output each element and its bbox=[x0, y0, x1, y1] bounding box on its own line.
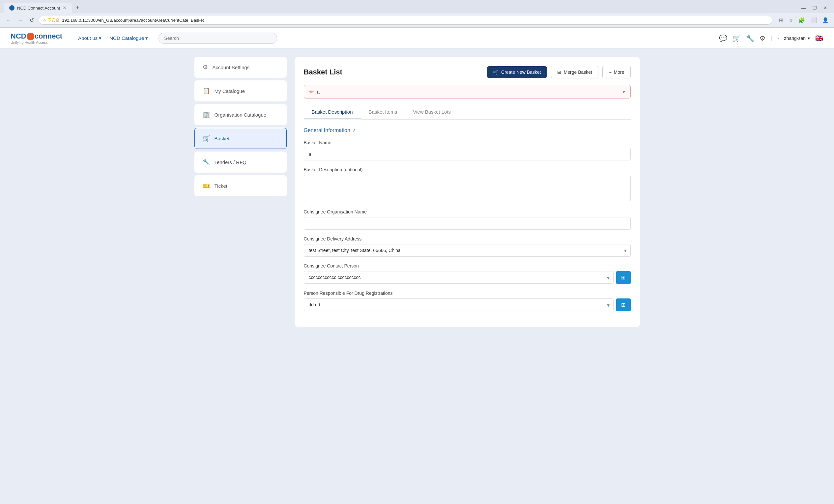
basket-list-header: Basket List 🛒 Create New Basket ⊞ Merge … bbox=[304, 66, 631, 79]
security-warning-icon: ⚠ 不安全 bbox=[43, 18, 59, 23]
org-icon: 🏢 bbox=[203, 111, 210, 118]
header-actions: 💬 🛒 🔧 ⚙ | › zhang-san ▾ 🇬🇧 bbox=[719, 34, 824, 42]
ticket-icon: 🎫 bbox=[203, 182, 210, 190]
tenders-icon: 🔧 bbox=[203, 158, 210, 166]
content-area: Basket List 🛒 Create New Basket ⊞ Merge … bbox=[294, 57, 640, 327]
consignee-delivery-input[interactable] bbox=[304, 244, 631, 257]
basket-selector-value: a bbox=[317, 89, 619, 94]
sidebar-item-my-catalogue[interactable]: 📋 My Catalogue bbox=[194, 80, 287, 102]
header-divider: | bbox=[771, 35, 772, 42]
sidebar-item-tenders-rfq[interactable]: 🔧 Tenders / RFQ bbox=[194, 152, 287, 173]
section-collapse-icon: ∧ bbox=[353, 128, 356, 133]
drug-responsible-row: ▾ ⊞ bbox=[304, 299, 631, 311]
sidebar-item-organisation-catalogue[interactable]: 🏢 Organisation Catalogue bbox=[194, 104, 287, 125]
address-text: 192.168.0.11:3000/en_GB/account-area?acc… bbox=[62, 18, 768, 23]
tab-view-basket-lots[interactable]: View Basket Lots bbox=[405, 105, 459, 119]
sidebar-item-ticket[interactable]: 🎫 Ticket bbox=[194, 175, 287, 196]
search-input[interactable] bbox=[158, 32, 277, 44]
general-information-section-header[interactable]: General Information ∧ bbox=[304, 128, 631, 133]
user-menu[interactable]: zhang-san ▾ bbox=[784, 36, 810, 41]
drug-responsible-select-wrapper: ▾ bbox=[304, 299, 614, 311]
sidebar-item-basket[interactable]: 🛒 Basket bbox=[194, 128, 287, 149]
nav-ncd-catalogue[interactable]: NCD Catalogue ▾ bbox=[109, 35, 148, 41]
consignee-org-field: Consignee Organisation Name bbox=[304, 209, 631, 229]
browser-controls: ← → ↺ ⚠ 不安全 192.168.0.11:3000/en_GB/acco… bbox=[0, 13, 834, 28]
drug-responsible-label: Person Responsible For Drug Registration… bbox=[304, 290, 631, 296]
more-button[interactable]: ··· More bbox=[602, 66, 630, 79]
language-flag[interactable]: 🇬🇧 bbox=[815, 34, 824, 42]
sidebar-item-account-settings[interactable]: ⚙ Account Settings bbox=[194, 57, 287, 78]
contact-action-icon: ⊞ bbox=[621, 275, 626, 281]
sidebar-label-ticket: Ticket bbox=[215, 183, 227, 189]
split-screen-icon[interactable]: ⬜ bbox=[809, 16, 818, 25]
tab-title: NCD Connect Account bbox=[17, 6, 60, 10]
tab-basket-items[interactable]: Basket Items bbox=[361, 105, 405, 119]
settings-icon[interactable]: ⚙ bbox=[760, 34, 766, 42]
wrench-icon[interactable]: 🔧 bbox=[746, 34, 754, 42]
back-button[interactable]: ← bbox=[4, 16, 13, 25]
drug-responsible-action-button[interactable]: ⊞ bbox=[616, 299, 631, 311]
logo-dot: ⬤ bbox=[26, 32, 35, 40]
basket-name-label: Basket Name bbox=[304, 140, 631, 145]
consignee-contact-field: Consignee Contact Person ▾ ⊞ bbox=[304, 263, 631, 284]
drug-responsible-field: Person Responsible For Drug Registration… bbox=[304, 290, 631, 311]
logo[interactable]: NCD⬤connect Unifying Health Access bbox=[10, 32, 62, 44]
basket-name-input[interactable] bbox=[304, 148, 631, 160]
window-minimize-button[interactable]: — bbox=[799, 4, 809, 12]
content-card: Basket List 🛒 Create New Basket ⊞ Merge … bbox=[294, 57, 640, 327]
basket-tabs: Basket Description Basket Items View Bas… bbox=[304, 105, 631, 119]
forward-button[interactable]: → bbox=[16, 16, 25, 25]
consignee-contact-select-wrapper: ▾ bbox=[304, 271, 614, 284]
sidebar-label-my-catalogue: My Catalogue bbox=[215, 88, 245, 94]
consignee-org-input[interactable] bbox=[304, 217, 631, 229]
consignee-contact-action-button[interactable]: ⊞ bbox=[616, 271, 631, 284]
extensions-icon[interactable]: 🧩 bbox=[797, 16, 806, 25]
basket-name-field: Basket Name bbox=[304, 140, 631, 160]
drug-responsible-action-icon: ⊞ bbox=[621, 302, 626, 308]
page-title: Basket List bbox=[304, 68, 342, 76]
new-tab-button[interactable]: + bbox=[73, 3, 82, 13]
translate-icon[interactable]: ⊞ bbox=[778, 16, 785, 25]
window-close-button[interactable]: ✕ bbox=[821, 4, 830, 12]
basket-description-input[interactable] bbox=[304, 175, 631, 201]
reload-button[interactable]: ↺ bbox=[28, 16, 36, 25]
consignee-contact-row: ▾ ⊞ bbox=[304, 271, 631, 284]
consignee-contact-input[interactable] bbox=[304, 271, 614, 284]
tab-close-button[interactable]: ✕ bbox=[63, 5, 67, 10]
sidebar: ⚙ Account Settings 📋 My Catalogue 🏢 Orga… bbox=[194, 57, 287, 327]
address-bar[interactable]: ⚠ 不安全 192.168.0.11:3000/en_GB/account-ar… bbox=[39, 16, 772, 25]
sidebar-label-basket: Basket bbox=[215, 136, 230, 141]
cart-icon[interactable]: 🛒 bbox=[732, 34, 741, 42]
sidebar-label-organisation-catalogue: Organisation Catalogue bbox=[215, 112, 267, 117]
create-new-basket-button[interactable]: 🛒 Create New Basket bbox=[487, 66, 547, 78]
settings-icon: ⚙ bbox=[203, 64, 208, 71]
basket-selector-chevron-icon: ▾ bbox=[622, 89, 625, 95]
bookmark-icon[interactable]: ☆ bbox=[787, 16, 794, 25]
catalogue-chevron-icon: ▾ bbox=[145, 35, 148, 41]
speech-bubble-icon[interactable]: 💬 bbox=[719, 34, 727, 42]
browser-toolbar-icons: ⊞ ☆ 🧩 ⬜ 👤 bbox=[778, 16, 830, 25]
tab-favicon bbox=[9, 5, 15, 10]
browser-tab[interactable]: NCD Connect Account ✕ bbox=[4, 3, 72, 13]
consignee-contact-label: Consignee Contact Person bbox=[304, 263, 631, 268]
browser-tab-bar: NCD Connect Account ✕ + — ❐ ✕ bbox=[0, 0, 834, 13]
logo-ncd: NCD bbox=[10, 32, 26, 40]
main-nav: About us ▾ NCD Catalogue ▾ bbox=[78, 35, 148, 41]
drug-responsible-input[interactable] bbox=[304, 299, 614, 311]
nav-about-us[interactable]: About us ▾ bbox=[78, 35, 102, 41]
merge-basket-button[interactable]: ⊞ Merge Basket bbox=[551, 66, 598, 79]
header-search[interactable] bbox=[158, 32, 277, 44]
general-information-title: General Information bbox=[304, 128, 350, 133]
basket-selector[interactable]: ✏ a ▾ bbox=[304, 85, 631, 98]
edit-icon: ✏ bbox=[309, 89, 314, 95]
basket-description-label: Basket Description (optional) bbox=[304, 167, 631, 172]
window-restore-button[interactable]: ❐ bbox=[810, 4, 819, 12]
create-basket-cart-icon: 🛒 bbox=[493, 69, 499, 75]
consignee-delivery-field: Consignee Delivery Address ▾ bbox=[304, 236, 631, 257]
tab-basket-description[interactable]: Basket Description bbox=[304, 105, 361, 119]
profile-icon[interactable]: 👤 bbox=[821, 16, 830, 25]
logo-connect-text: connect bbox=[35, 32, 62, 40]
sidebar-label-tenders-rfq: Tenders / RFQ bbox=[215, 159, 247, 165]
main-layout: ⚙ Account Settings 📋 My Catalogue 🏢 Orga… bbox=[186, 49, 648, 335]
username: zhang-san bbox=[784, 36, 806, 41]
